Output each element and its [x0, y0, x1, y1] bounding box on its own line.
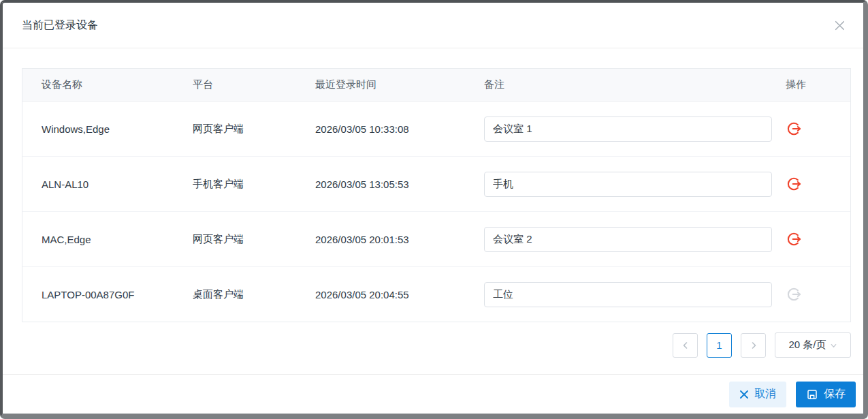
- device-table: 设备名称 平台 最近登录时间 备注 操作 Windows,Edge 网页客户端 …: [22, 68, 851, 322]
- cancel-button[interactable]: 取消: [729, 382, 786, 407]
- chevron-right-icon: [750, 341, 758, 350]
- dialog-title: 当前已登录设备: [22, 18, 98, 33]
- logout-icon: [787, 287, 802, 302]
- device-name-cell: LAPTOP-00A87G0F: [22, 289, 193, 300]
- pagination: 1 20 条/页: [22, 332, 851, 358]
- logout-button[interactable]: [786, 175, 803, 193]
- column-header-action: 操作: [772, 78, 850, 91]
- cancel-x-icon: [739, 390, 749, 399]
- page-size-label: 20 条/页: [788, 339, 826, 352]
- table-row: ALN-AL10 手机客户端 2026/03/05 13:05:53: [22, 157, 850, 212]
- logout-button[interactable]: [786, 230, 803, 248]
- device-name-cell: Windows,Edge: [22, 123, 193, 135]
- table-body: Windows,Edge 网页客户端 2026/03/05 10:33:08 A…: [22, 102, 850, 322]
- table-header-row: 设备名称 平台 最近登录时间 备注 操作: [22, 69, 850, 102]
- column-header-remark: 备注: [484, 78, 772, 91]
- chevron-left-icon: [681, 341, 690, 350]
- close-icon: [834, 20, 846, 31]
- page-number-button[interactable]: 1: [707, 333, 732, 358]
- last-login-cell: 2026/03/05 10:33:08: [315, 123, 484, 135]
- logout-icon: [787, 176, 802, 191]
- dialog-header: 当前已登录设备: [3, 3, 863, 48]
- remark-input[interactable]: [484, 227, 772, 252]
- platform-cell: 网页客户端: [193, 123, 315, 136]
- remark-input[interactable]: [484, 172, 772, 197]
- close-button[interactable]: [829, 15, 850, 35]
- column-header-platform: 平台: [193, 78, 315, 91]
- dialog-footer: 取消 保存: [3, 374, 863, 414]
- remark-input[interactable]: [484, 117, 772, 142]
- platform-cell: 手机客户端: [193, 178, 315, 191]
- table-row: MAC,Edge 网页客户端 2026/03/05 20:01:53: [22, 212, 850, 267]
- device-name-cell: ALN-AL10: [22, 179, 193, 190]
- table-row: LAPTOP-00A87G0F 桌面客户端 2026/03/05 20:04:5…: [22, 267, 850, 322]
- column-header-last-login: 最近登录时间: [315, 78, 484, 91]
- page-size-select[interactable]: 20 条/页: [775, 332, 851, 358]
- platform-cell: 桌面客户端: [193, 288, 315, 301]
- dialog-body: 设备名称 平台 最近登录时间 备注 操作 Windows,Edge 网页客户端 …: [3, 48, 863, 374]
- cancel-button-label: 取消: [754, 387, 776, 401]
- logout-icon: [787, 232, 802, 247]
- last-login-cell: 2026/03/05 20:04:55: [315, 289, 484, 300]
- save-button[interactable]: 保存: [796, 382, 856, 407]
- logout-button: [786, 285, 803, 303]
- column-header-device: 设备名称: [22, 78, 193, 91]
- prev-page-button[interactable]: [673, 333, 698, 358]
- last-login-cell: 2026/03/05 20:01:53: [315, 234, 484, 245]
- last-login-cell: 2026/03/05 13:05:53: [315, 179, 484, 190]
- next-page-button[interactable]: [741, 333, 766, 358]
- platform-cell: 网页客户端: [193, 233, 315, 246]
- logout-button[interactable]: [786, 120, 803, 138]
- logged-in-devices-dialog: 当前已登录设备 设备名称 平台 最近登录时间 备注 操作 Windows,Edg…: [0, 0, 868, 419]
- save-floppy-icon: [806, 388, 818, 401]
- remark-input[interactable]: [484, 282, 772, 307]
- chevron-down-icon: [830, 342, 837, 350]
- logout-icon: [787, 121, 802, 136]
- save-button-label: 保存: [824, 387, 846, 401]
- table-row: Windows,Edge 网页客户端 2026/03/05 10:33:08: [22, 102, 850, 157]
- device-name-cell: MAC,Edge: [22, 234, 193, 245]
